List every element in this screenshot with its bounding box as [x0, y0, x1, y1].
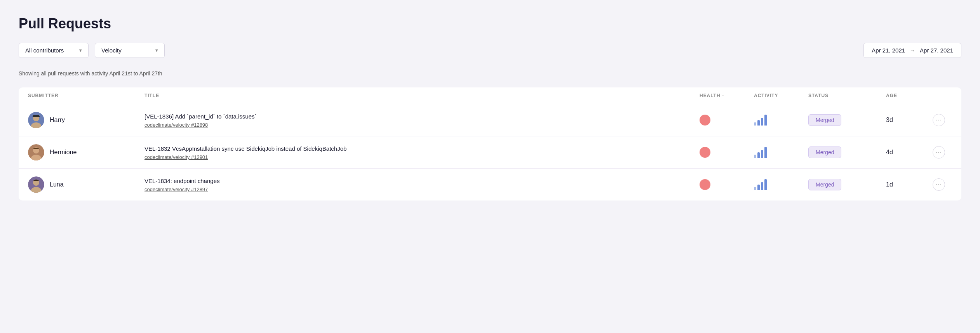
- more-actions[interactable]: ···: [933, 114, 952, 126]
- th-title: TITLE: [144, 93, 700, 98]
- health-cell: [700, 179, 754, 190]
- health-indicator: [700, 147, 710, 158]
- pr-title: VEL-1832 VcsAppInstallation sync use Sid…: [144, 145, 692, 153]
- age-cell: 4d: [886, 149, 933, 156]
- th-submitter: SUBMITTER: [28, 93, 144, 98]
- activity-cell: [754, 147, 808, 158]
- status-badge: Merged: [808, 179, 841, 190]
- activity-bar: [757, 152, 760, 158]
- activity-bar: [754, 155, 756, 158]
- submitter-name: Luna: [50, 181, 64, 188]
- more-actions[interactable]: ···: [933, 178, 952, 191]
- table-row: Luna VEL-1834: endpoint changes codeclim…: [19, 169, 961, 200]
- age-cell: 1d: [886, 181, 933, 188]
- filters-left: All contributors ▾ Velocity ▾: [19, 43, 165, 58]
- pr-link[interactable]: codeclimate/velocity #12897: [144, 187, 692, 192]
- more-button[interactable]: ···: [933, 178, 945, 191]
- activity-cell: [754, 179, 808, 190]
- activity-bar: [757, 185, 760, 190]
- date-end: Apr 27, 2021: [920, 47, 953, 54]
- title-cell: [VEL-1836] Add `parent_id` to `data.issu…: [144, 112, 700, 128]
- repo-filter[interactable]: Velocity ▾: [95, 43, 165, 58]
- submitter-cell: Luna: [28, 176, 144, 193]
- page-title: Pull Requests: [19, 16, 961, 32]
- more-button[interactable]: ···: [933, 114, 945, 126]
- th-status: STATUS: [808, 93, 886, 98]
- pull-requests-table: SUBMITTER TITLE HEALTH ↑ ACTIVITY STATUS…: [19, 87, 961, 200]
- activity-cell: [754, 115, 808, 126]
- th-activity: ACTIVITY: [754, 93, 808, 98]
- pr-link[interactable]: codeclimate/velocity #12898: [144, 122, 692, 128]
- age-cell: 3d: [886, 117, 933, 124]
- contributor-filter[interactable]: All contributors ▾: [19, 43, 89, 58]
- activity-bar: [754, 187, 756, 190]
- activity-bar: [761, 118, 763, 126]
- submitter-cell: Harry: [28, 112, 144, 128]
- repo-chevron-icon: ▾: [155, 47, 158, 53]
- pr-title: [VEL-1836] Add `parent_id` to `data.issu…: [144, 112, 692, 120]
- status-cell: Merged: [808, 146, 886, 158]
- activity-bar: [761, 150, 763, 158]
- date-arrow-icon: →: [910, 47, 915, 54]
- repo-filter-label: Velocity: [101, 47, 122, 54]
- submitter-cell: Hermione: [28, 144, 144, 160]
- status-badge: Merged: [808, 114, 841, 126]
- activity-bar: [764, 179, 767, 190]
- th-age: AGE: [886, 93, 933, 98]
- table-row: Harry [VEL-1836] Add `parent_id` to `dat…: [19, 104, 961, 136]
- health-indicator: [700, 179, 710, 190]
- health-sort-icon: ↑: [722, 93, 724, 98]
- avatar: [28, 112, 44, 128]
- avatar: [28, 176, 44, 193]
- activity-bar: [757, 120, 760, 126]
- status-cell: Merged: [808, 179, 886, 190]
- activity-bar: [761, 182, 763, 190]
- status-cell: Merged: [808, 114, 886, 126]
- showing-text: Showing all pull requests with activity …: [19, 70, 961, 77]
- table-row: Hermione VEL-1832 VcsAppInstallation syn…: [19, 136, 961, 169]
- pr-link[interactable]: codeclimate/velocity #12901: [144, 154, 692, 160]
- th-health[interactable]: HEALTH ↑: [700, 93, 754, 98]
- pr-title: VEL-1834: endpoint changes: [144, 177, 692, 185]
- activity-bar: [764, 147, 767, 158]
- status-badge: Merged: [808, 146, 841, 158]
- date-range-picker[interactable]: Apr 21, 2021 → Apr 27, 2021: [863, 43, 961, 58]
- contributor-filter-label: All contributors: [25, 47, 64, 54]
- submitter-name: Harry: [50, 117, 65, 124]
- avatar: [28, 144, 44, 160]
- title-cell: VEL-1832 VcsAppInstallation sync use Sid…: [144, 145, 700, 160]
- more-actions[interactable]: ···: [933, 146, 952, 159]
- filters-row: All contributors ▾ Velocity ▾ Apr 21, 20…: [19, 43, 961, 58]
- health-cell: [700, 115, 754, 126]
- health-cell: [700, 147, 754, 158]
- health-indicator: [700, 115, 710, 126]
- contributor-chevron-icon: ▾: [79, 47, 82, 53]
- date-start: Apr 21, 2021: [872, 47, 905, 54]
- submitter-name: Hermione: [50, 149, 77, 156]
- title-cell: VEL-1834: endpoint changes codeclimate/v…: [144, 177, 700, 192]
- more-button[interactable]: ···: [933, 146, 945, 159]
- activity-bar: [764, 115, 767, 126]
- activity-bar: [754, 122, 756, 126]
- table-header: SUBMITTER TITLE HEALTH ↑ ACTIVITY STATUS…: [19, 87, 961, 104]
